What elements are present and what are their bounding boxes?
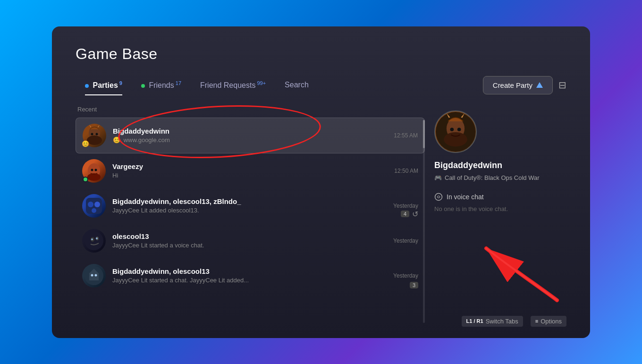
- online-status: [83, 177, 88, 182]
- svg-point-24: [457, 127, 461, 131]
- svg-point-22: [444, 132, 467, 146]
- chat-name: Bigdaddyedwinn, olescool13: [112, 267, 387, 275]
- page-title: Game Base: [76, 45, 566, 63]
- svg-point-9: [88, 202, 93, 207]
- avatar-wrap: [82, 159, 106, 183]
- detail-avatar: [434, 110, 477, 153]
- chat-time: 12:55 AM: [394, 132, 418, 139]
- svg-point-19: [95, 274, 97, 276]
- tabs-row: Parties9 Friends17 Friend Requests99+ Se…: [76, 76, 566, 94]
- bottom-bar: L1 / R1 Switch Tabs ≡ Options: [462, 316, 566, 327]
- options-btn[interactable]: ≡ Options: [531, 316, 566, 327]
- sub-emoji: 😊: [113, 136, 120, 144]
- status-emoji: 😊: [82, 140, 89, 147]
- triangle-icon: [536, 82, 543, 88]
- options-key: ≡: [535, 318, 538, 324]
- avatar-wrap: [82, 194, 106, 218]
- chat-name: Bigdaddyedwinn, olescool13, zBlndo_: [112, 197, 387, 205]
- game-base-window: Game Base Parties9 Friends17 Friend Requ…: [52, 26, 590, 338]
- svg-point-2: [91, 133, 93, 135]
- chat-extra: 3: [410, 282, 418, 288]
- filter-button[interactable]: ⊟: [558, 79, 566, 91]
- switch-tabs-btn[interactable]: L1 / R1 Switch Tabs: [462, 316, 523, 327]
- list-item[interactable]: Bigdaddyedwinn, olescool13 JayyyCee Lit …: [76, 258, 425, 293]
- list-item[interactable]: Vargeezy Hi 12:50 AM: [76, 153, 425, 188]
- list-item[interactable]: 😊 Bigdaddyedwinn 😊 www.google.com 12:55 …: [76, 118, 425, 153]
- chat-time: Yesterday: [393, 203, 418, 209]
- count-badge: 3: [410, 282, 418, 288]
- avatar: [82, 229, 106, 253]
- chat-info: Bigdaddyedwinn, olescool13, zBlndo_ Jayy…: [112, 197, 387, 214]
- chat-sub: JayyyCee Lit started a voice chat.: [112, 242, 387, 249]
- tab-friends[interactable]: Friends17: [132, 76, 191, 93]
- chat-time: Yesterday: [393, 272, 418, 279]
- svg-point-23: [450, 127, 454, 131]
- create-party-button[interactable]: Create Party: [483, 76, 553, 94]
- scrollbar-thumb: [423, 120, 425, 148]
- chat-sub: JayyyCee Lit added olescool13.: [112, 207, 387, 214]
- avatar: [82, 194, 106, 218]
- svg-point-6: [91, 169, 93, 171]
- chat-list: 😊 Bigdaddyedwinn 😊 www.google.com 12:55 …: [76, 118, 425, 293]
- avatar-wrap: [82, 229, 106, 253]
- chat-time: 12:50 AM: [394, 168, 418, 174]
- chat-name: olescool13: [112, 232, 387, 240]
- detail-username: Bigdaddyedwinn: [434, 161, 502, 170]
- chat-sub: JayyyCee Lit started a chat. JayyyCee Li…: [112, 277, 387, 284]
- tab-parties[interactable]: Parties9: [76, 76, 132, 93]
- content-area: Recent: [76, 106, 566, 323]
- voice-note: No one is in the voice chat.: [434, 205, 566, 213]
- switch-tabs-key: L1 / R1: [466, 318, 483, 324]
- svg-point-11: [92, 208, 96, 213]
- avatar: [82, 264, 106, 288]
- friends-dot: [141, 84, 145, 88]
- svg-point-18: [91, 274, 93, 276]
- svg-point-25: [435, 193, 442, 200]
- detail-game: 🎮 Call of Duty®: Black Ops Cold War: [434, 174, 540, 181]
- chat-sub: 😊 www.google.com: [113, 136, 387, 144]
- section-label: Recent: [76, 106, 425, 113]
- voice-header: In voice chat: [434, 193, 566, 201]
- chat-info: Bigdaddyedwinn, olescool13 JayyyCee Lit …: [112, 267, 387, 284]
- svg-point-3: [96, 133, 98, 135]
- svg-point-15: [91, 238, 93, 240]
- voice-section: In voice chat No one is in the voice cha…: [434, 193, 566, 213]
- avatar-wrap: [82, 264, 106, 288]
- chat-time: Yesterday: [393, 237, 418, 244]
- game-controller-icon: 🎮: [434, 174, 442, 181]
- chat-info: Bigdaddyedwinn 😊 www.google.com: [113, 127, 387, 144]
- list-item[interactable]: Bigdaddyedwinn, olescool13, zBlndo_ Jayy…: [76, 188, 425, 223]
- scrollbar[interactable]: [423, 120, 425, 323]
- detail-panel: Bigdaddyedwinn 🎮 Call of Duty®: Black Op…: [434, 106, 566, 323]
- chat-info: olescool13 JayyyCee Lit started a voice …: [112, 232, 387, 249]
- chat-info: Vargeezy Hi: [112, 162, 388, 179]
- count-badge: 4: [401, 211, 409, 217]
- tab-friend-requests[interactable]: Friend Requests99+: [191, 76, 275, 93]
- list-item[interactable]: olescool13 JayyyCee Lit started a voice …: [76, 223, 425, 258]
- list-panel: Recent: [76, 106, 425, 323]
- svg-point-10: [94, 202, 100, 207]
- tab-search[interactable]: Search: [275, 77, 318, 93]
- chat-sub: Hi: [112, 172, 388, 179]
- chat-extra: 4 ↺: [401, 210, 418, 219]
- avatar-wrap: 😊: [83, 124, 106, 147]
- refresh-icon: ↺: [412, 210, 418, 219]
- chat-name: Vargeezy: [112, 162, 388, 170]
- parties-dot: [85, 84, 89, 88]
- svg-point-16: [96, 237, 98, 239]
- svg-point-7: [95, 169, 97, 171]
- chat-name: Bigdaddyedwinn: [113, 127, 387, 135]
